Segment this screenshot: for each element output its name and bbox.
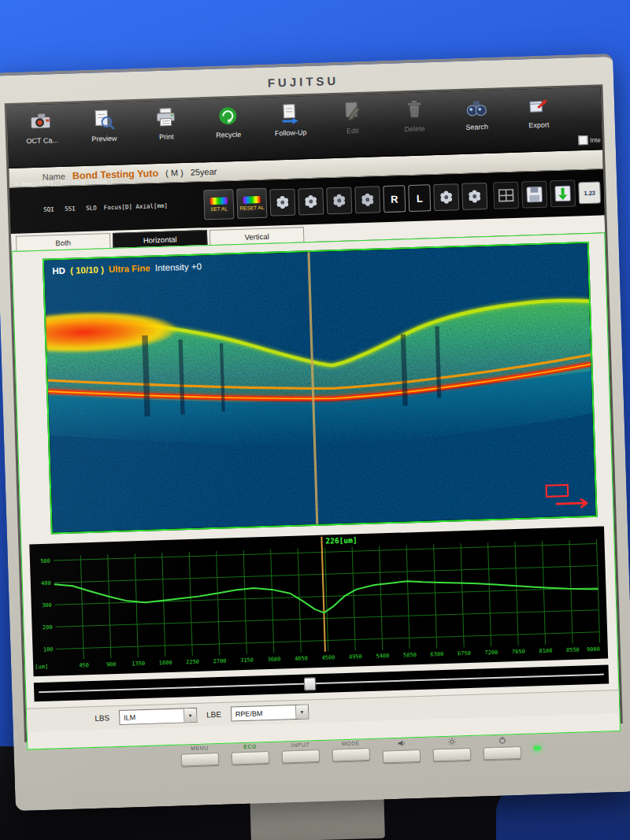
scan-parameters-line2: SQI SSI SLO Focus[D] Axial[mm]	[15, 201, 201, 216]
follow-up-icon	[278, 102, 302, 126]
y-tick: 200	[43, 624, 53, 631]
thickness-marker-line	[321, 537, 325, 652]
input-button-label: INPUT	[291, 742, 310, 748]
set-al-button[interactable]: SET AL	[203, 189, 234, 220]
toolbar-item-oct-ca[interactable]: OCT Ca...	[10, 109, 73, 145]
lbe-dropdown[interactable]: RPE/BM ▼	[231, 704, 309, 721]
preview-icon	[91, 108, 116, 132]
toolbar-overflow[interactable]: Inte	[578, 135, 601, 145]
toolbar-item-label: OCT Ca...	[26, 136, 58, 145]
unit-label: [um]	[35, 664, 48, 671]
layout-button[interactable]	[493, 182, 519, 209]
toolbar-item-export[interactable]: Export	[507, 94, 570, 130]
set-al-icon	[210, 197, 228, 205]
toolbar-item-edit: Edit	[321, 99, 384, 135]
lbs-dropdown[interactable]: ILM ▼	[119, 708, 198, 725]
save-button[interactable]	[521, 181, 547, 209]
toolbar-item-search[interactable]: Search	[445, 95, 508, 131]
monitor: FUJITSU OCT Ca...PreviewPrintRecycleFoll…	[0, 54, 630, 811]
monitor-input-button[interactable]	[282, 749, 320, 763]
right-eye-button[interactable]: R	[383, 185, 406, 213]
oct-bscan-panel: HD ( 10/10 ) Ultra Fine Intensity +0	[43, 242, 598, 535]
x-tick: 4050	[295, 655, 308, 662]
oct-bscan-image	[44, 243, 596, 533]
fundus-thumbnail-button[interactable]	[298, 187, 324, 215]
fundus-flower-icon	[466, 188, 483, 205]
export-icon	[526, 94, 550, 118]
toolbar-item-print[interactable]: Print	[135, 105, 198, 141]
x-tick: 3150	[240, 657, 254, 664]
fundus-thumbnail-button[interactable]	[461, 183, 487, 210]
x-tick: 7200	[484, 649, 498, 657]
x-tick: 8550	[566, 647, 580, 654]
interface-panel-icon	[578, 135, 587, 145]
brightness-icon	[447, 738, 456, 746]
quality-value: ( 10/10 )	[70, 265, 104, 275]
x-tick: 1800	[159, 660, 172, 667]
hd-label: HD	[52, 266, 65, 276]
oct-camera-icon	[29, 109, 54, 134]
x-tick: 3600	[267, 656, 280, 663]
power-led	[534, 746, 541, 750]
scan-parameters-line1: 9.0mm[1024], Pitch=0.225mm )	[14, 174, 200, 189]
x-tick: 6300	[430, 651, 443, 658]
thickness-graph-panel: 1002003004005004509001350180022502700315…	[29, 527, 608, 677]
monitor-menu-button[interactable]	[181, 753, 219, 766]
thickness-chart: 1002003004005004509001350180022502700315…	[29, 527, 608, 677]
monitor-brightness-button[interactable]	[433, 748, 471, 761]
x-tick: 5400	[376, 653, 389, 660]
slider-track[interactable]	[39, 674, 604, 694]
x-tick: 2700	[213, 658, 227, 665]
slider-handle[interactable]	[304, 677, 317, 690]
fundus-thumbnail-button[interactable]	[354, 186, 380, 213]
fundus-flower-icon	[359, 191, 376, 208]
toolbar-item-recycle[interactable]: Recycle	[197, 103, 260, 139]
x-tick: 900	[106, 661, 117, 668]
monitor-eco-button[interactable]	[232, 751, 269, 764]
toolbar-item-label: Recycle	[216, 131, 241, 139]
fundus-thumbnail-button[interactable]	[326, 187, 352, 214]
reset-al-button[interactable]: RESET AL	[236, 188, 267, 219]
y-tick: 100	[43, 646, 54, 653]
analysis-content: HD ( 10/10 ) Ultra Fine Intensity +0	[12, 232, 621, 749]
toolbar-item-label: Preview	[91, 135, 117, 143]
floppy-disk-icon	[524, 185, 544, 205]
export-green-arrow-icon	[553, 184, 573, 204]
edit-icon	[340, 100, 365, 124]
eco-button-label: ECO	[243, 743, 257, 749]
y-tick: 500	[40, 558, 50, 564]
lbe-label: LBE	[206, 710, 221, 720]
printer-icon	[154, 105, 178, 130]
fundus-flower-icon	[438, 189, 454, 205]
fundus-thumbnail-button[interactable]	[269, 189, 295, 216]
chevron-down-icon[interactable]: ▼	[295, 705, 309, 718]
reset-al-icon	[243, 196, 261, 204]
fundus-flower-icon	[302, 194, 319, 210]
x-tick: 450	[79, 662, 89, 668]
fundus-thumbnail-button[interactable]	[433, 183, 459, 211]
export-data-button[interactable]	[550, 179, 576, 207]
layout-grid-icon	[496, 186, 516, 205]
calc-123-button[interactable]: 1.23	[578, 181, 601, 204]
lbs-value: ILM	[124, 713, 135, 721]
x-tick: 2250	[186, 659, 199, 666]
x-tick: 7650	[512, 649, 525, 656]
recycle-icon	[216, 104, 240, 128]
monitor-volume-button[interactable]	[383, 749, 421, 763]
toolbar-item-label: Edit	[346, 127, 359, 135]
mode-button-label: MODE	[342, 740, 360, 746]
thickness-marker-value: 226[um]	[325, 535, 357, 545]
monitor-mode-button[interactable]	[332, 748, 370, 761]
toolbar-item-preview[interactable]: Preview	[72, 107, 135, 143]
monitor-power-button[interactable]	[484, 746, 521, 760]
toolbar-item-follow-up[interactable]: Follow-Up	[258, 102, 321, 138]
scan-mode-label: Ultra Fine	[109, 263, 150, 274]
toolbar-item-delete: Delete	[383, 98, 446, 134]
chevron-down-icon[interactable]: ▼	[183, 709, 197, 722]
intensity-label: Intensity +0	[155, 261, 202, 272]
x-tick: 9000	[587, 646, 600, 653]
left-eye-button[interactable]: L	[408, 184, 431, 212]
toolbar-item-label: Search	[465, 123, 488, 131]
toolbar-item-label: Export	[528, 120, 549, 129]
x-tick: 4950	[349, 653, 362, 661]
